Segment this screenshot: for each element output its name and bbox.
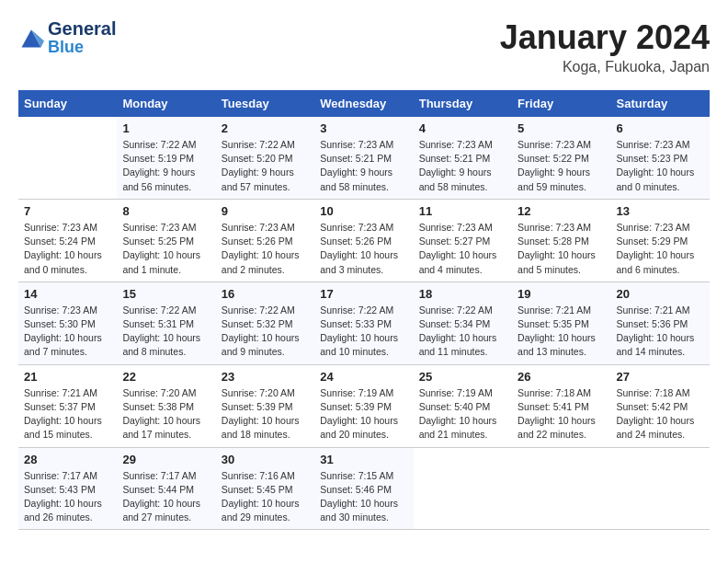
weekday-header-tuesday: Tuesday <box>216 90 314 117</box>
weekday-header-sunday: Sunday <box>18 90 117 117</box>
day-number: 7 <box>24 204 111 218</box>
week-row-4: 21Sunrise: 7:21 AM Sunset: 5:37 PM Dayli… <box>18 364 710 447</box>
calendar-cell: 11Sunrise: 7:23 AM Sunset: 5:27 PM Dayli… <box>414 199 512 282</box>
logo: General Blue <box>18 18 116 57</box>
week-row-3: 14Sunrise: 7:23 AM Sunset: 5:30 PM Dayli… <box>18 282 710 364</box>
day-info: Sunrise: 7:23 AM Sunset: 5:30 PM Dayligh… <box>24 304 111 360</box>
weekday-header-wednesday: Wednesday <box>314 90 413 117</box>
calendar-cell: 29Sunrise: 7:17 AM Sunset: 5:44 PM Dayli… <box>117 447 215 530</box>
day-info: Sunrise: 7:22 AM Sunset: 5:19 PM Dayligh… <box>122 138 210 194</box>
day-info: Sunrise: 7:22 AM Sunset: 5:20 PM Dayligh… <box>222 138 309 194</box>
day-number: 15 <box>122 287 210 301</box>
calendar-cell: 17Sunrise: 7:22 AM Sunset: 5:33 PM Dayli… <box>314 282 413 364</box>
day-info: Sunrise: 7:19 AM Sunset: 5:39 PM Dayligh… <box>320 386 407 442</box>
day-number: 27 <box>617 370 704 384</box>
week-row-2: 7Sunrise: 7:23 AM Sunset: 5:24 PM Daylig… <box>18 199 710 282</box>
day-number: 19 <box>518 287 605 301</box>
day-number: 23 <box>222 370 309 384</box>
logo-icon <box>18 25 44 51</box>
day-number: 28 <box>24 453 111 466</box>
calendar-cell: 19Sunrise: 7:21 AM Sunset: 5:35 PM Dayli… <box>512 282 610 364</box>
day-number: 11 <box>419 204 506 218</box>
day-info: Sunrise: 7:23 AM Sunset: 5:21 PM Dayligh… <box>320 138 407 194</box>
calendar-cell: 5Sunrise: 7:23 AM Sunset: 5:22 PM Daylig… <box>512 117 610 199</box>
calendar-cell: 31Sunrise: 7:15 AM Sunset: 5:46 PM Dayli… <box>314 447 413 530</box>
day-info: Sunrise: 7:20 AM Sunset: 5:39 PM Dayligh… <box>222 386 309 442</box>
week-row-1: 1Sunrise: 7:22 AM Sunset: 5:19 PM Daylig… <box>18 117 710 199</box>
calendar-cell: 8Sunrise: 7:23 AM Sunset: 5:25 PM Daylig… <box>117 199 215 282</box>
day-info: Sunrise: 7:18 AM Sunset: 5:41 PM Dayligh… <box>518 386 605 442</box>
day-number: 29 <box>122 453 210 466</box>
day-info: Sunrise: 7:23 AM Sunset: 5:22 PM Dayligh… <box>518 138 605 194</box>
day-info: Sunrise: 7:23 AM Sunset: 5:25 PM Dayligh… <box>122 221 210 277</box>
calendar-cell <box>512 447 610 530</box>
day-number: 26 <box>518 370 605 384</box>
day-number: 13 <box>617 204 704 218</box>
weekday-header-friday: Friday <box>512 90 610 117</box>
title-block: January 2024 Koga, Fukuoka, Japan <box>500 18 710 75</box>
day-info: Sunrise: 7:23 AM Sunset: 5:26 PM Dayligh… <box>222 221 309 277</box>
calendar-cell: 21Sunrise: 7:21 AM Sunset: 5:37 PM Dayli… <box>18 364 117 447</box>
logo-general: General <box>48 18 116 39</box>
day-number: 31 <box>320 453 407 466</box>
day-info: Sunrise: 7:22 AM Sunset: 5:33 PM Dayligh… <box>320 304 407 360</box>
day-number: 1 <box>122 121 210 135</box>
day-number: 4 <box>419 121 506 135</box>
day-number: 6 <box>617 121 704 135</box>
calendar-cell: 24Sunrise: 7:19 AM Sunset: 5:39 PM Dayli… <box>314 364 413 447</box>
day-info: Sunrise: 7:21 AM Sunset: 5:37 PM Dayligh… <box>24 386 111 442</box>
day-info: Sunrise: 7:16 AM Sunset: 5:45 PM Dayligh… <box>222 469 309 525</box>
week-row-5: 28Sunrise: 7:17 AM Sunset: 5:43 PM Dayli… <box>18 447 710 530</box>
location: Koga, Fukuoka, Japan <box>500 59 710 75</box>
day-number: 20 <box>617 287 704 301</box>
calendar-cell: 10Sunrise: 7:23 AM Sunset: 5:26 PM Dayli… <box>314 199 413 282</box>
calendar-cell: 20Sunrise: 7:21 AM Sunset: 5:36 PM Dayli… <box>611 282 710 364</box>
calendar-cell: 12Sunrise: 7:23 AM Sunset: 5:28 PM Dayli… <box>512 199 610 282</box>
day-number: 17 <box>320 287 407 301</box>
calendar-cell: 27Sunrise: 7:18 AM Sunset: 5:42 PM Dayli… <box>611 364 710 447</box>
day-number: 2 <box>222 121 309 135</box>
calendar-cell: 1Sunrise: 7:22 AM Sunset: 5:19 PM Daylig… <box>117 117 215 199</box>
day-number: 24 <box>320 370 407 384</box>
day-info: Sunrise: 7:23 AM Sunset: 5:26 PM Dayligh… <box>320 221 407 277</box>
day-number: 25 <box>419 370 506 384</box>
day-info: Sunrise: 7:19 AM Sunset: 5:40 PM Dayligh… <box>419 386 506 442</box>
day-number: 10 <box>320 204 407 218</box>
day-info: Sunrise: 7:23 AM Sunset: 5:28 PM Dayligh… <box>518 221 605 277</box>
day-number: 3 <box>320 121 407 135</box>
day-info: Sunrise: 7:23 AM Sunset: 5:24 PM Dayligh… <box>24 221 111 277</box>
weekday-header-monday: Monday <box>117 90 215 117</box>
calendar-cell: 15Sunrise: 7:22 AM Sunset: 5:31 PM Dayli… <box>117 282 215 364</box>
calendar-cell: 16Sunrise: 7:22 AM Sunset: 5:32 PM Dayli… <box>216 282 314 364</box>
calendar-table: SundayMondayTuesdayWednesdayThursdayFrid… <box>18 90 710 530</box>
day-info: Sunrise: 7:18 AM Sunset: 5:42 PM Dayligh… <box>617 386 704 442</box>
day-info: Sunrise: 7:21 AM Sunset: 5:36 PM Dayligh… <box>617 304 704 360</box>
day-info: Sunrise: 7:22 AM Sunset: 5:31 PM Dayligh… <box>122 304 210 360</box>
weekday-header-saturday: Saturday <box>611 90 710 117</box>
calendar-cell: 30Sunrise: 7:16 AM Sunset: 5:45 PM Dayli… <box>216 447 314 530</box>
calendar-cell: 4Sunrise: 7:23 AM Sunset: 5:21 PM Daylig… <box>414 117 512 199</box>
day-number: 22 <box>122 370 210 384</box>
calendar-cell: 14Sunrise: 7:23 AM Sunset: 5:30 PM Dayli… <box>18 282 117 364</box>
logo-blue: Blue <box>48 39 116 57</box>
day-number: 21 <box>24 370 111 384</box>
calendar-cell <box>611 447 710 530</box>
day-info: Sunrise: 7:23 AM Sunset: 5:21 PM Dayligh… <box>419 138 506 194</box>
day-info: Sunrise: 7:23 AM Sunset: 5:23 PM Dayligh… <box>617 138 704 194</box>
calendar-cell: 13Sunrise: 7:23 AM Sunset: 5:29 PM Dayli… <box>611 199 710 282</box>
calendar-cell: 22Sunrise: 7:20 AM Sunset: 5:38 PM Dayli… <box>117 364 215 447</box>
calendar-cell: 26Sunrise: 7:18 AM Sunset: 5:41 PM Dayli… <box>512 364 610 447</box>
day-info: Sunrise: 7:17 AM Sunset: 5:44 PM Dayligh… <box>122 469 210 525</box>
day-number: 30 <box>222 453 309 466</box>
calendar-cell: 3Sunrise: 7:23 AM Sunset: 5:21 PM Daylig… <box>314 117 413 199</box>
day-info: Sunrise: 7:21 AM Sunset: 5:35 PM Dayligh… <box>518 304 605 360</box>
calendar-cell <box>414 447 512 530</box>
calendar-cell: 25Sunrise: 7:19 AM Sunset: 5:40 PM Dayli… <box>414 364 512 447</box>
calendar-cell: 6Sunrise: 7:23 AM Sunset: 5:23 PM Daylig… <box>611 117 710 199</box>
day-info: Sunrise: 7:22 AM Sunset: 5:32 PM Dayligh… <box>222 304 309 360</box>
weekday-header-row: SundayMondayTuesdayWednesdayThursdayFrid… <box>18 90 710 117</box>
calendar-cell: 2Sunrise: 7:22 AM Sunset: 5:20 PM Daylig… <box>216 117 314 199</box>
day-number: 14 <box>24 287 111 301</box>
calendar-cell: 28Sunrise: 7:17 AM Sunset: 5:43 PM Dayli… <box>18 447 117 530</box>
day-number: 9 <box>222 204 309 218</box>
